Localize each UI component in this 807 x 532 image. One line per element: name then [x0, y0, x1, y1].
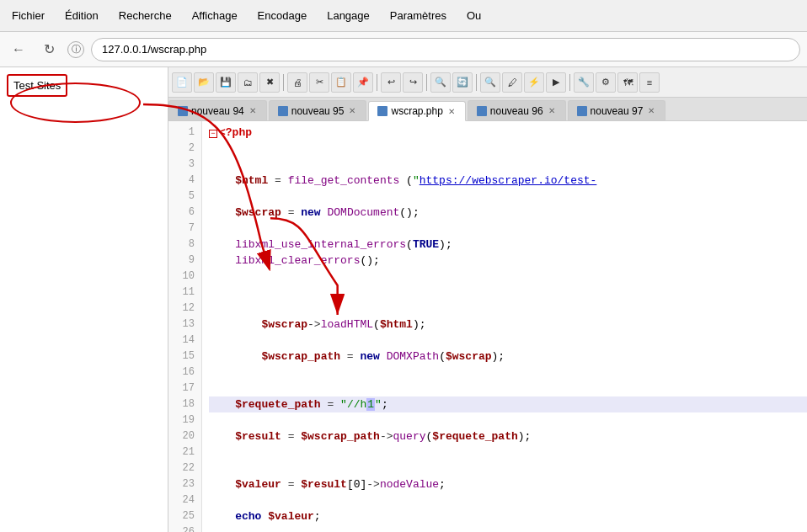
code-line-9: libxml_clear_errors();	[209, 253, 807, 269]
tab-close[interactable]: ✕	[446, 107, 457, 116]
code-line-17	[209, 380, 807, 396]
function-list-icon[interactable]: ≡	[639, 72, 660, 93]
open-icon[interactable]: 📂	[194, 72, 214, 93]
marker-icon[interactable]: 🖊	[502, 72, 522, 93]
close-icon[interactable]: ✖	[259, 72, 280, 93]
separator-2	[377, 74, 377, 91]
tab-label: nouveau 94	[191, 105, 244, 117]
code-line-3	[209, 157, 807, 173]
separator-3	[426, 74, 427, 91]
menu-affichage[interactable]: Affichage	[187, 6, 243, 25]
separator-4	[476, 74, 477, 91]
tab-icon	[577, 106, 587, 116]
tab-icon	[377, 106, 387, 116]
replace-icon[interactable]: 🔄	[452, 72, 473, 93]
tab-nouveau97[interactable]: nouveau 97 ✕	[568, 100, 666, 120]
menu-edition[interactable]: Édition	[60, 6, 104, 25]
tab-label: nouveau 97	[591, 105, 644, 117]
refresh-button[interactable]: ↻	[37, 38, 61, 61]
code-line-25: echo $valeur;	[209, 508, 807, 524]
code-line-24	[209, 492, 807, 508]
code-line-5	[209, 189, 807, 205]
menu-parametres[interactable]: Paramètres	[385, 6, 452, 25]
tab-nouveau96[interactable]: nouveau 96 ✕	[468, 100, 566, 120]
tab-wscrap[interactable]: wscrap.php ✕	[368, 101, 465, 121]
code-line-22	[209, 460, 807, 476]
tab-nouveau95[interactable]: nouveau 95 ✕	[269, 100, 367, 120]
tab-close[interactable]: ✕	[347, 106, 357, 115]
code-line-12	[209, 301, 807, 317]
menubar: Fichier Édition Recherche Affichage Enco…	[0, 0, 807, 32]
browser-toolbar: ← ↻ ⓘ	[0, 32, 807, 67]
run-icon[interactable]: ▶	[546, 72, 566, 93]
copy-icon[interactable]: 📋	[331, 72, 351, 93]
code-line-26	[209, 524, 807, 532]
code-line-16	[209, 364, 807, 380]
code-line-15: $wscrap_path = new DOMXPath($wscrap);	[209, 348, 807, 364]
code-line-10	[209, 269, 807, 285]
tab-label: nouveau 95	[291, 105, 345, 117]
tab-label: nouveau 96	[490, 105, 543, 117]
sidebar-item-testsites[interactable]: Test Sites	[7, 74, 67, 97]
code-line-20: $result = $wscrap_path->query($requete_p…	[209, 428, 807, 444]
macro-icon[interactable]: ⚡	[524, 72, 544, 93]
new-file-icon[interactable]: 📄	[172, 72, 192, 93]
line-numbers: 1 2 3 4 5 6 7 8 9 10 11 12 13 14 15 16 1…	[168, 121, 202, 532]
tab-close[interactable]: ✕	[646, 106, 656, 115]
main-layout: Test Sites 📄 📂 💾 🗂 ✖ 🖨 ✂ 📋 📌 ↩ ↪ 🔍 🔄 🔍 🖊…	[0, 67, 807, 532]
undo-icon[interactable]: ↩	[381, 72, 401, 93]
save-all-icon[interactable]: 🗂	[238, 72, 258, 93]
code-line-19	[209, 412, 807, 428]
menu-ou[interactable]: Ou	[462, 6, 486, 25]
menu-fichier[interactable]: Fichier	[7, 6, 50, 25]
code-content[interactable]: −<?php $html = file_get_contents ("https…	[202, 121, 807, 532]
settings-icon[interactable]: ⚙	[596, 72, 616, 93]
code-line-23: $valeur = $result[0]->nodeValue;	[209, 476, 807, 492]
info-button[interactable]: ⓘ	[67, 41, 84, 58]
print-icon[interactable]: 🖨	[287, 72, 307, 93]
tab-close[interactable]: ✕	[547, 106, 557, 115]
address-bar[interactable]	[91, 38, 800, 61]
paste-icon[interactable]: 📌	[353, 72, 373, 93]
save-icon[interactable]: 💾	[216, 72, 236, 93]
code-line-8: libxml_use_internal_errors(TRUE);	[209, 237, 807, 253]
tab-label: wscrap.php	[391, 105, 442, 117]
code-line-18: $requete_path = "//h1";	[209, 396, 807, 412]
separator-1	[283, 74, 284, 91]
tab-icon	[178, 106, 188, 116]
back-button[interactable]: ←	[7, 38, 30, 61]
tab-nouveau94[interactable]: nouveau 94 ✕	[168, 100, 267, 120]
code-line-6: $wscrap = new DOMDocument();	[209, 205, 807, 221]
code-line-11	[209, 285, 807, 301]
code-line-21	[209, 444, 807, 460]
plugin-icon[interactable]: 🔧	[574, 72, 594, 93]
tabs-bar: nouveau 94 ✕ nouveau 95 ✕ wscrap.php ✕ n…	[168, 98, 807, 121]
code-editor[interactable]: 1 2 3 4 5 6 7 8 9 10 11 12 13 14 15 16 1…	[168, 121, 807, 532]
separator-5	[569, 74, 570, 91]
tab-icon	[477, 106, 487, 116]
zoom-in-icon[interactable]: 🔍	[480, 72, 500, 93]
menu-recherche[interactable]: Recherche	[114, 6, 177, 25]
code-line-14	[209, 332, 807, 348]
sidebar: Test Sites	[0, 67, 168, 532]
redo-icon[interactable]: ↪	[403, 72, 423, 93]
tab-close[interactable]: ✕	[248, 106, 258, 115]
menu-langage[interactable]: Langage	[322, 6, 375, 25]
tab-icon	[278, 106, 288, 116]
menu-encodage[interactable]: Encodage	[253, 6, 313, 25]
code-line-7	[209, 221, 807, 237]
code-line-1: −<?php	[209, 125, 807, 141]
editor-container: 📄 📂 💾 🗂 ✖ 🖨 ✂ 📋 📌 ↩ ↪ 🔍 🔄 🔍 🖊 ⚡ ▶ 🔧 ⚙ �	[168, 67, 807, 532]
editor-toolbar: 📄 📂 💾 🗂 ✖ 🖨 ✂ 📋 📌 ↩ ↪ 🔍 🔄 🔍 🖊 ⚡ ▶ 🔧 ⚙ �	[168, 67, 807, 98]
document-map-icon[interactable]: 🗺	[617, 72, 638, 93]
code-line-13: $wscrap->loadHTML($html);	[209, 317, 807, 332]
find-icon[interactable]: 🔍	[430, 72, 451, 93]
code-line-4: $html = file_get_contents ("https://webs…	[209, 173, 807, 189]
code-line-2	[209, 141, 807, 157]
cut-icon[interactable]: ✂	[309, 72, 329, 93]
